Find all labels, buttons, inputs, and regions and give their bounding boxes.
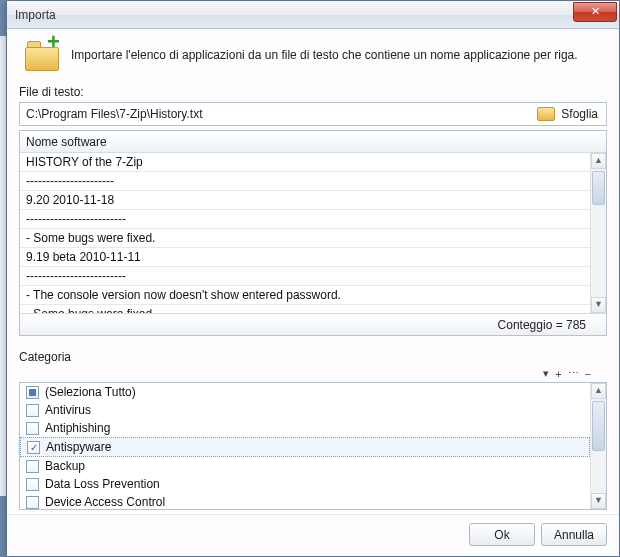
- import-folder-icon: +: [25, 39, 61, 71]
- scroll-thumb[interactable]: [592, 171, 605, 205]
- scroll-track[interactable]: [591, 399, 606, 493]
- category-label: Categoria: [19, 350, 607, 364]
- grid-scrollbar[interactable]: ▲ ▼: [590, 153, 606, 313]
- window-title: Importa: [15, 8, 573, 22]
- category-item[interactable]: (Seleziona Tutto): [20, 383, 590, 401]
- close-button[interactable]: ✕: [573, 2, 617, 22]
- file-content-grid: Nome software HISTORY of the 7-Zip -----…: [19, 130, 607, 336]
- grid-row[interactable]: - The console version now doesn't show e…: [20, 286, 590, 305]
- category-item[interactable]: Antiphishing: [20, 419, 590, 437]
- category-more-icon[interactable]: ⋯: [568, 367, 579, 380]
- dialog-footer: Ok Annulla: [7, 514, 619, 556]
- category-item-label: (Seleziona Tutto): [45, 385, 136, 399]
- category-add-icon[interactable]: +: [555, 368, 561, 380]
- category-dropdown-icon[interactable]: ▾: [543, 367, 549, 380]
- category-item-label: Device Access Control: [45, 495, 165, 509]
- browse-button[interactable]: Sfoglia: [559, 107, 606, 121]
- grid-row[interactable]: -------------------------: [20, 210, 590, 229]
- grid-row[interactable]: - Some bugs were fixed.: [20, 305, 590, 313]
- grid-header[interactable]: Nome software: [20, 131, 606, 153]
- grid-row[interactable]: HISTORY of the 7-Zip: [20, 153, 590, 172]
- category-item[interactable]: ✓Antispyware: [20, 437, 590, 457]
- category-item[interactable]: Backup: [20, 457, 590, 475]
- grid-row[interactable]: 9.20 2010-11-18: [20, 191, 590, 210]
- checkbox[interactable]: [26, 386, 39, 399]
- category-item[interactable]: Data Loss Prevention: [20, 475, 590, 493]
- category-scrollbar[interactable]: ▲ ▼: [590, 383, 606, 509]
- category-toolbar: ▾ + ⋯ −: [19, 367, 607, 382]
- category-item-label: Data Loss Prevention: [45, 477, 160, 491]
- scroll-up-button[interactable]: ▲: [591, 383, 606, 399]
- grid-body[interactable]: HISTORY of the 7-Zip -------------------…: [20, 153, 606, 313]
- checkbox[interactable]: ✓: [27, 441, 40, 454]
- grid-row[interactable]: - Some bugs were fixed.: [20, 229, 590, 248]
- grid-row[interactable]: -------------------------: [20, 267, 590, 286]
- checkbox[interactable]: [26, 422, 39, 435]
- cancel-button[interactable]: Annulla: [541, 523, 607, 546]
- import-dialog: Importa ✕ + Importare l'elenco di applic…: [6, 0, 620, 557]
- ok-button[interactable]: Ok: [469, 523, 535, 546]
- scroll-thumb[interactable]: [592, 401, 605, 451]
- category-item[interactable]: Antivirus: [20, 401, 590, 419]
- category-item[interactable]: Device Access Control: [20, 493, 590, 511]
- category-item-label: Backup: [45, 459, 85, 473]
- grid-row[interactable]: 9.19 beta 2010-11-11: [20, 248, 590, 267]
- scroll-down-button[interactable]: ▼: [591, 297, 606, 313]
- checkbox[interactable]: [26, 478, 39, 491]
- category-item-label: Antivirus: [45, 403, 91, 417]
- scroll-track[interactable]: [591, 169, 606, 297]
- file-path-input[interactable]: [20, 107, 537, 121]
- intro-row: + Importare l'elenco di applicazioni da …: [19, 39, 607, 79]
- folder-icon[interactable]: [537, 107, 555, 121]
- scroll-up-button[interactable]: ▲: [591, 153, 606, 169]
- category-item-label: Antiphishing: [45, 421, 110, 435]
- intro-text: Importare l'elenco di applicazioni da un…: [71, 48, 607, 62]
- titlebar[interactable]: Importa ✕: [7, 1, 619, 29]
- file-path-row: Sfoglia: [19, 102, 607, 126]
- checkbox[interactable]: [26, 404, 39, 417]
- scroll-down-button[interactable]: ▼: [591, 493, 606, 509]
- category-item-label: Antispyware: [46, 440, 111, 454]
- checkbox[interactable]: [26, 460, 39, 473]
- file-label: File di testo:: [19, 85, 607, 99]
- category-remove-icon[interactable]: −: [585, 368, 591, 380]
- count-bar: Conteggio = 785: [20, 313, 606, 335]
- category-list[interactable]: (Seleziona Tutto)AntivirusAntiphishing✓A…: [19, 382, 607, 510]
- checkbox[interactable]: [26, 496, 39, 509]
- grid-row[interactable]: ----------------------: [20, 172, 590, 191]
